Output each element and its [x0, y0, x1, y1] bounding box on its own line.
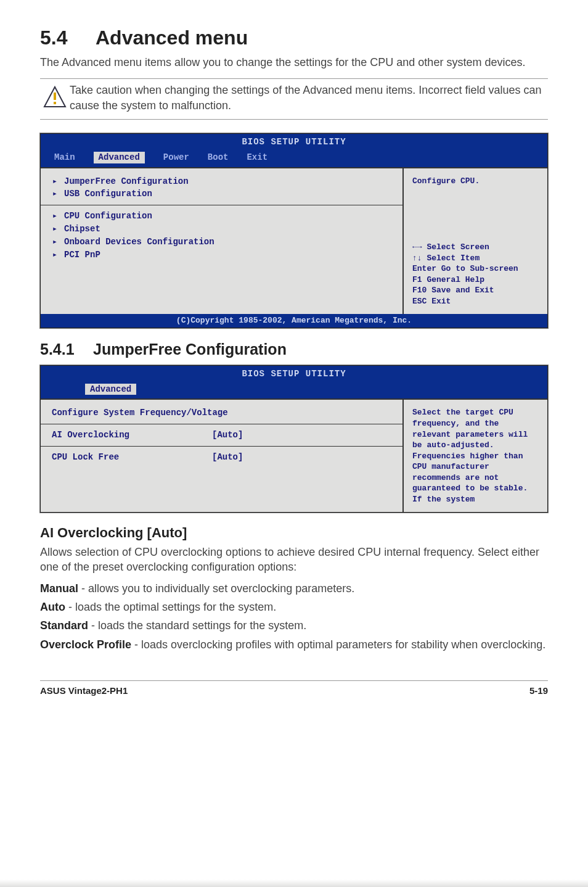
bios-screenshot-advanced: BIOS SETUP UTILITY Main Advanced Power B… [40, 133, 548, 328]
bios-divider [41, 205, 402, 205]
bios-item-label: CPU Configuration [64, 210, 152, 222]
bios-footer: (C)Copyright 1985-2002, American Megatre… [41, 314, 547, 328]
option-line: Standard - loads the standard settings f… [40, 618, 548, 633]
submenu-arrow-icon: ▸ [52, 236, 58, 248]
bios-help-panel: Configure CPU. ←→ Select Screen ↑↓ Selec… [402, 168, 547, 315]
submenu-arrow-icon: ▸ [52, 223, 58, 235]
option-name: Auto [40, 601, 65, 613]
bios-left-panel: Configure System Frequency/Voltage AI Ov… [41, 400, 402, 512]
bios-item: ▸Onboard Devices Configuration [52, 236, 391, 248]
bios-nav-help: ←→ Select Screen ↑↓ Select Item Enter Go… [412, 242, 539, 307]
bios-item-label: PCI PnP [64, 249, 100, 261]
bios-item-label: Chipset [64, 223, 100, 235]
nav-line: ESC Exit [412, 296, 539, 307]
bios-item-label: USB Configuration [64, 188, 152, 200]
bios-divider [41, 446, 402, 447]
bios-item: ▸USB Configuration [52, 188, 391, 200]
nav-line: ←→ Select Screen [412, 242, 539, 253]
bios-body: ▸JumperFree Configuration ▸USB Configura… [41, 167, 547, 315]
option-name: Standard [40, 619, 88, 632]
subsection-heading: 5.4.1JumperFree Configuration [40, 339, 548, 360]
bios-section-label: Configure System Frequency/Voltage [52, 407, 391, 419]
bios-screenshot-jumperfree: BIOS SETUP UTILITY Advanced Configure Sy… [40, 365, 548, 513]
option-desc: - loads overclocking profiles with optim… [131, 638, 545, 651]
bios-help-text: Configure CPU. [412, 176, 539, 187]
bios-tab-bar: Main Advanced Power Boot Exit [41, 152, 547, 167]
bios-left-panel: ▸JumperFree Configuration ▸USB Configura… [41, 168, 402, 315]
bios-title: BIOS SETUP UTILITY [41, 366, 547, 384]
bios-setting-row: CPU Lock Free [Auto] [52, 452, 391, 463]
footer-page-number: 5-19 [529, 685, 548, 697]
bios-item: ▸CPU Configuration [52, 210, 391, 222]
option-line: Manual - allows you to individually set … [40, 581, 548, 596]
svg-rect-1 [54, 93, 56, 100]
field-heading: AI Overclocking [Auto] [40, 524, 548, 542]
caution-icon [40, 83, 70, 113]
bios-divider [41, 424, 402, 424]
submenu-arrow-icon: ▸ [52, 188, 58, 200]
caution-block: Take caution when changing the settings … [40, 78, 548, 119]
bios-item-label: Onboard Devices Configuration [64, 236, 214, 248]
footer-product: ASUS Vintage2-PH1 [40, 685, 128, 697]
page-footer: ASUS Vintage2-PH1 5-19 [40, 680, 548, 697]
bios-tab-boot: Boot [208, 152, 229, 163]
subsection-number: 5.4.1 [40, 339, 93, 360]
option-desc: - loads the standard settings for the sy… [88, 619, 306, 632]
section-number: 5.4 [40, 25, 96, 51]
bios-tab-advanced: Advanced [94, 152, 145, 163]
bios-tab-exit: Exit [247, 152, 267, 163]
field-description: Allows selection of CPU overclocking opt… [40, 545, 548, 575]
nav-line: F10 Save and Exit [412, 285, 539, 296]
option-name: Manual [40, 582, 78, 595]
bios-help-panel: Select the target CPU frequency, and the… [402, 400, 547, 512]
submenu-arrow-icon: ▸ [52, 249, 58, 261]
option-line: Auto - loads the optimal settings for th… [40, 600, 548, 614]
option-name: Overclock Profile [40, 638, 131, 651]
option-desc: - allows you to individually set overclo… [78, 582, 354, 595]
bios-item: ▸PCI PnP [52, 249, 391, 261]
nav-line: Enter Go to Sub-screen [412, 263, 539, 274]
bios-tab-advanced: Advanced [85, 384, 136, 395]
bios-item: ▸Chipset [52, 223, 391, 235]
nav-line: ↑↓ Select Item [412, 253, 539, 264]
nav-line: F1 General Help [412, 274, 539, 286]
bios-tab-main: Main [54, 152, 75, 163]
caution-text: Take caution when changing the settings … [70, 83, 548, 113]
fade-decoration [41, 505, 402, 512]
section-intro: The Advanced menu items allow you to cha… [40, 55, 548, 70]
submenu-arrow-icon: ▸ [52, 176, 58, 188]
bios-setting-row: AI Overclocking [Auto] [52, 429, 391, 441]
section-heading: 5.4Advanced menu [40, 25, 548, 51]
submenu-arrow-icon: ▸ [52, 210, 58, 222]
section-title-text: Advanced menu [96, 27, 248, 49]
bios-body: Configure System Frequency/Voltage AI Ov… [41, 398, 547, 512]
option-desc: - loads the optimal settings for the sys… [65, 601, 276, 613]
subsection-title: JumperFree Configuration [93, 340, 287, 358]
bios-tab-power: Power [163, 152, 189, 163]
bios-setting-value: [Auto] [212, 452, 243, 463]
bios-item: ▸JumperFree Configuration [52, 176, 391, 188]
option-line: Overclock Profile - loads overclocking p… [40, 637, 548, 652]
svg-rect-2 [54, 102, 56, 104]
bios-help-text: Select the target CPU frequency, and the… [412, 407, 539, 505]
bios-item-label: JumperFree Configuration [64, 176, 189, 188]
bios-setting-value: [Auto] [212, 429, 243, 441]
bios-title: BIOS SETUP UTILITY [41, 134, 547, 152]
bios-setting-label: AI Overclocking [52, 429, 212, 441]
bios-setting-label: CPU Lock Free [52, 452, 212, 463]
bios-tab-bar: Advanced [41, 384, 547, 399]
